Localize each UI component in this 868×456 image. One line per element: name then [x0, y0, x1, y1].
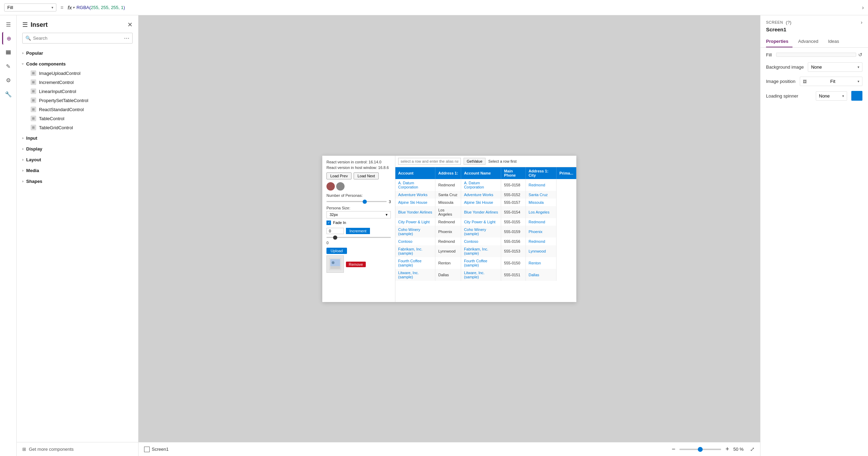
table-cell: 555-0150 — [501, 257, 526, 269]
load-next-button[interactable]: Load Next — [354, 172, 379, 179]
table-row[interactable]: Fabrikam, Inc. (sample)LynnwoodFabrikam,… — [395, 245, 576, 257]
svg-rect-2 — [6, 53, 11, 54]
increment-label: IncrementControl — [39, 80, 74, 85]
zoom-minus-button[interactable]: − — [670, 446, 677, 453]
img-position-dropdown[interactable]: 🖼 Fit ▾ — [800, 77, 862, 86]
tree-item-increment[interactable]: ⊞ IncrementControl — [22, 78, 138, 87]
sidebar-icon-edit[interactable]: ✎ — [2, 60, 15, 72]
zoom-plus-button[interactable]: + — [724, 446, 731, 453]
sidebar-icon-layers[interactable] — [2, 46, 15, 59]
tree-item-table[interactable]: ⊞ TableControl — [22, 114, 138, 123]
col-address1: Address 1: — [435, 167, 461, 179]
tab-ideas[interactable]: Ideas — [828, 36, 843, 47]
chevron-right-icon[interactable]: › — [862, 5, 864, 11]
remove-button[interactable]: Remove — [346, 262, 366, 267]
equals-sign: = — [61, 5, 63, 10]
section-layout-header[interactable]: › Layout — [17, 155, 138, 164]
range-slider-row: 0 — [326, 237, 391, 245]
sidebar-icon-add[interactable]: ⊕ — [2, 32, 15, 45]
image-upload-label: ImageUploadControl — [39, 71, 80, 76]
table-row[interactable]: City Power & LightRedmondCity Power & Li… — [395, 218, 576, 226]
fill-reset-icon[interactable]: ↺ — [858, 52, 862, 57]
right-panel-chevron[interactable]: › — [861, 20, 862, 25]
col-primary: Prima... — [557, 167, 576, 179]
search-bar: 🔍 ⋯ — [22, 33, 133, 44]
more-options-icon[interactable]: ⋯ — [124, 35, 129, 41]
fill-dropdown[interactable]: Fill ▾ — [4, 3, 56, 11]
table-row[interactable]: ContosoRedmondContoso555-0156Redmond — [395, 238, 576, 245]
tree-item-image-upload[interactable]: ⊞ ImageUploadControl — [22, 69, 138, 78]
code-components-arrow: › — [21, 63, 25, 64]
table-row[interactable]: Adventure WorksSanta CruzAdventure Works… — [395, 191, 576, 199]
table-cell: Coho Winery (sample) — [395, 226, 435, 238]
image-upload-icon: ⊞ — [31, 70, 36, 76]
get-value-button[interactable]: GetValue — [464, 158, 486, 165]
personas-slider-track[interactable] — [326, 201, 387, 202]
tree-item-property-set[interactable]: ⊞ PropertySetTableControl — [22, 96, 138, 105]
range-track[interactable] — [326, 237, 391, 238]
tree-item-react-standard[interactable]: ⊞ ReactStandardControl — [22, 105, 138, 114]
section-shapes-header[interactable]: › Shapes — [17, 177, 138, 186]
section-display-header[interactable]: › Display — [17, 144, 138, 154]
tree-item-table-grid[interactable]: ⊞ TableGridControl — [22, 123, 138, 132]
table-row[interactable]: A. Datum CorporationRedmondA. Datum Corp… — [395, 179, 576, 191]
load-prev-button[interactable]: Load Prev — [326, 172, 352, 179]
main-layout: ☰ ⊕ ✎ ⚙ 🔧 ☰ Insert ✕ 🔍 ⋯ › Popular — [0, 15, 868, 456]
table-row[interactable]: Litware, Inc. (sample)DallasLitware, Inc… — [395, 269, 576, 281]
help-icon[interactable]: (?) — [786, 20, 791, 25]
react-standard-icon: ⊞ — [31, 107, 36, 112]
section-code-header[interactable]: › Code components — [17, 59, 138, 69]
table-row[interactable]: Blue Yonder AirlinesLos AngelesBlue Yond… — [395, 206, 576, 218]
load-buttons: Load Prev Load Next — [326, 172, 391, 179]
table-row[interactable]: Fourth Coffee (sample)RentonFourth Coffe… — [395, 257, 576, 269]
table-cell: Redmond — [435, 238, 461, 245]
slider-value: 3 — [389, 200, 391, 204]
close-icon[interactable]: ✕ — [127, 21, 133, 29]
search-input[interactable] — [33, 36, 122, 41]
right-panel-content: Fill ↺ Background image None ▾ Image po — [760, 48, 868, 456]
component-tree: › Popular › Code components ⊞ ImageUploa… — [17, 46, 138, 442]
tree-item-linear-input[interactable]: ⊞ LinearInputControl — [22, 87, 138, 96]
expand-icon[interactable]: ⤢ — [750, 446, 755, 453]
increment-button[interactable]: Increment — [346, 228, 370, 234]
table-row[interactable]: Alpine Ski HouseMissoulaAlpine Ski House… — [395, 199, 576, 206]
personas-row — [326, 182, 391, 191]
section-layout: › Layout — [17, 154, 138, 165]
section-popular: › Popular — [17, 48, 138, 59]
sidebar-icon-hamburger[interactable]: ☰ — [2, 18, 15, 31]
bg-image-dropdown[interactable]: None ▾ — [808, 62, 862, 72]
display-arrow: › — [22, 147, 23, 151]
table-cell: Los Angeles — [526, 206, 556, 218]
table-cell: Renton — [435, 257, 461, 269]
loading-spinner-dropdown[interactable]: None ▾ — [816, 91, 847, 101]
sidebar-icon-gear[interactable]: ⚙ — [2, 74, 15, 86]
section-popular-header[interactable]: › Popular — [17, 48, 138, 58]
svg-rect-1 — [6, 52, 11, 53]
section-code-components: › Code components ⊞ ImageUploadControl ⊞… — [17, 59, 138, 133]
right-panel-screen-name: Screen1 — [760, 26, 868, 36]
section-input-header[interactable]: › Input — [17, 133, 138, 143]
upload-button[interactable]: Upload — [326, 248, 347, 254]
fx-label[interactable]: fx ▾ — [68, 5, 74, 10]
loading-spinner-color-box[interactable] — [851, 91, 862, 101]
screen-tab[interactable]: Screen1 — [144, 447, 168, 452]
tab-properties[interactable]: Properties — [766, 36, 792, 47]
persona-size-dropdown[interactable]: 32px ▾ — [326, 211, 391, 218]
tab-advanced[interactable]: Advanced — [798, 36, 822, 47]
image-position-label: Image position — [766, 79, 796, 84]
col-account: Account — [395, 167, 435, 179]
section-media-header[interactable]: › Media — [17, 166, 138, 175]
fill-input[interactable] — [776, 53, 856, 57]
table-cell: A. Datum Corporation — [395, 179, 435, 191]
fade-in-checkbox[interactable]: ✓ — [326, 221, 331, 225]
zoom-slider[interactable] — [679, 449, 721, 450]
table-cell: Litware, Inc. (sample) — [461, 269, 501, 281]
hamburger-icon[interactable]: ☰ — [22, 21, 28, 29]
table-cell: Redmond — [435, 179, 461, 191]
table-row[interactable]: Coho Winery (sample)PhoenixCoho Winery (… — [395, 226, 576, 238]
increment-input[interactable] — [326, 228, 344, 234]
img-position-value-box: 🖼 Fit ▾ — [800, 77, 862, 86]
alias-input[interactable] — [398, 158, 461, 165]
sidebar-icon-wrench[interactable]: 🔧 — [2, 88, 15, 100]
get-more-components-link[interactable]: ⊞ Get more components — [17, 442, 138, 456]
